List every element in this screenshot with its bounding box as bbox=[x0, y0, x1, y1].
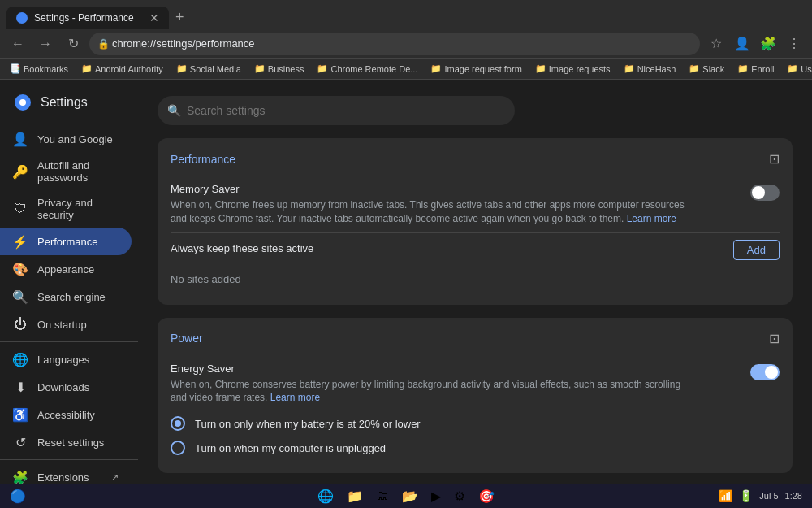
sidebar-item-privacy[interactable]: 🛡 Privacy and security bbox=[0, 190, 132, 228]
energy-saver-description: When on, Chrome conserves battery power … bbox=[171, 378, 693, 406]
taskbar-app-drive[interactable]: 📁 bbox=[347, 488, 363, 504]
taskbar-center: 🌐 📁 🗂 📂 ▶ ⚙ 🎯 bbox=[317, 488, 495, 504]
bookmarks-bar: 📑 Bookmarks 📁 Android Authority 📁 Social… bbox=[0, 59, 812, 80]
memory-saver-toggle[interactable] bbox=[750, 185, 780, 201]
energy-saver-title: Energy Saver bbox=[171, 363, 750, 375]
bookmark-slack[interactable]: 📁 Slack bbox=[685, 62, 728, 76]
extensions-external-link-icon: ↗ bbox=[111, 472, 119, 483]
taskbar-time: 1:28 bbox=[785, 491, 802, 501]
settings-title: Settings bbox=[41, 95, 88, 110]
taskbar-app-chrome[interactable]: 🌐 bbox=[317, 488, 334, 504]
search-input[interactable] bbox=[158, 96, 515, 125]
bookmark-chrome-remote[interactable]: 📁 Chrome Remote De... bbox=[313, 62, 421, 76]
tab-title: Settings - Performance bbox=[34, 12, 134, 24]
extension-button[interactable]: 🧩 bbox=[757, 33, 780, 55]
accessibility-icon: ♿ bbox=[13, 407, 28, 422]
bookmark-nicehash[interactable]: 📁 NiceHash bbox=[620, 62, 680, 76]
memory-saver-text: Memory Saver When on, Chrome frees up me… bbox=[171, 183, 750, 226]
privacy-icon: 🛡 bbox=[13, 202, 28, 216]
taskbar-app-media[interactable]: ▶ bbox=[431, 488, 441, 504]
sidebar-label-languages: Languages bbox=[37, 354, 89, 366]
energy-saver-row: Energy Saver When on, Chrome conserves b… bbox=[171, 356, 780, 412]
no-sites-label: No sites added bbox=[171, 267, 780, 292]
energy-saver-learn-more[interactable]: Learn more bbox=[270, 392, 320, 403]
active-tab[interactable]: Settings - Performance ✕ bbox=[6, 7, 169, 29]
autofill-icon: 🔑 bbox=[13, 164, 28, 179]
memory-saver-title: Memory Saver bbox=[171, 183, 750, 195]
add-site-button[interactable]: Add bbox=[733, 240, 780, 260]
sidebar-item-downloads[interactable]: ⬇ Downloads bbox=[0, 373, 132, 401]
sidebar-item-accessibility[interactable]: ♿ Accessibility bbox=[0, 401, 132, 428]
bookmark-business[interactable]: 📁 Business bbox=[251, 62, 308, 76]
menu-button[interactable]: ⋮ bbox=[783, 33, 806, 55]
memory-saver-learn-more[interactable]: Learn more bbox=[627, 213, 676, 224]
address-icon: 🔒 bbox=[97, 38, 110, 50]
sidebar-label-extensions: Extensions bbox=[37, 471, 89, 484]
sidebar-label-privacy: Privacy and security bbox=[37, 197, 119, 221]
downloads-icon: ⬇ bbox=[13, 380, 28, 394]
always-keep-sites-row: Always keep these sites active Add bbox=[171, 232, 780, 267]
sidebar-item-you-and-google[interactable]: 👤 You and Google bbox=[0, 125, 132, 153]
bookmark-usertesting[interactable]: 📁 UserTesting bbox=[784, 62, 812, 76]
sidebar-item-languages[interactable]: 🌐 Languages bbox=[0, 345, 132, 373]
energy-saver-toggle-knob bbox=[765, 366, 778, 379]
search-engine-icon: 🔍 bbox=[13, 289, 28, 304]
browser-toolbar: ← → ↻ 🔒 ☆ 👤 🧩 ⋮ bbox=[0, 29, 812, 59]
sidebar-item-extensions[interactable]: 🧩 Extensions ↗ bbox=[0, 463, 132, 484]
tab-bar: Settings - Performance ✕ + bbox=[0, 0, 812, 29]
toolbar-actions: ☆ 👤 🧩 ⋮ bbox=[705, 33, 806, 55]
new-tab-button[interactable]: + bbox=[169, 6, 191, 29]
radio-battery-20-row[interactable]: Turn on only when my battery is at 20% o… bbox=[171, 411, 780, 436]
bookmark-enroll[interactable]: 📁 Enroll bbox=[734, 62, 777, 76]
always-keep-sites-title: Always keep these sites active bbox=[171, 242, 313, 254]
sidebar: Settings 👤 You and Google 🔑 Autofill and… bbox=[0, 80, 138, 484]
taskbar-right: 📶 🔋 Jul 5 1:28 bbox=[719, 489, 802, 502]
performance-info-icon[interactable]: ⊡ bbox=[769, 151, 780, 167]
radio-unplugged-row[interactable]: Turn on when my computer is unplugged bbox=[171, 436, 780, 460]
wifi-icon: 📶 bbox=[719, 489, 732, 502]
radio-battery-20-circle bbox=[171, 416, 185, 431]
bookmark-bookmarks[interactable]: 📑 Bookmarks bbox=[6, 62, 71, 76]
taskbar-app-settings[interactable]: ⚙ bbox=[454, 488, 465, 504]
radio-unplugged-circle bbox=[171, 441, 185, 455]
taskbar-system-icon[interactable]: 🔵 bbox=[10, 488, 26, 504]
reset-icon: ↺ bbox=[13, 435, 28, 449]
power-section: Power ⊡ Energy Saver When on, Chrome con… bbox=[158, 318, 793, 474]
energy-saver-toggle[interactable] bbox=[750, 364, 780, 380]
search-container: 🔍 bbox=[158, 96, 515, 125]
bookmark-social-media[interactable]: 📁 Social Media bbox=[173, 62, 244, 76]
sidebar-item-reset[interactable]: ↺ Reset settings bbox=[0, 428, 132, 456]
bookmark-image-request-form[interactable]: 📁 Image request form bbox=[427, 62, 525, 76]
profile-button[interactable]: 👤 bbox=[731, 33, 754, 55]
bookmark-image-requests[interactable]: 📁 Image requests bbox=[532, 62, 614, 76]
power-section-header: Power ⊡ bbox=[171, 331, 780, 346]
sidebar-logo: Settings bbox=[0, 86, 138, 125]
forward-button[interactable]: → bbox=[34, 33, 57, 55]
performance-section-title: Performance bbox=[171, 153, 235, 166]
battery-icon: 🔋 bbox=[739, 489, 753, 502]
power-section-title: Power bbox=[171, 332, 203, 345]
memory-saver-row: Memory Saver When on, Chrome frees up me… bbox=[171, 176, 780, 232]
taskbar-app-files[interactable]: 📂 bbox=[402, 488, 418, 504]
refresh-button[interactable]: ↻ bbox=[62, 33, 84, 55]
power-info-icon[interactable]: ⊡ bbox=[769, 331, 780, 346]
address-input[interactable] bbox=[89, 33, 700, 55]
address-bar-container: 🔒 bbox=[89, 33, 700, 55]
sidebar-item-on-startup[interactable]: ⏻ On startup bbox=[0, 310, 132, 338]
sidebar-item-search-engine[interactable]: 🔍 Search engine bbox=[0, 283, 132, 310]
sidebar-item-appearance[interactable]: 🎨 Appearance bbox=[0, 255, 132, 283]
sidebar-label-autofill: Autofill and passwords bbox=[37, 159, 119, 184]
tab-favicon bbox=[16, 12, 28, 24]
extensions-icon: 🧩 bbox=[13, 470, 28, 484]
bookmark-star-button[interactable]: ☆ bbox=[705, 33, 728, 55]
memory-saver-description: When on, Chrome frees up memory from ina… bbox=[171, 198, 693, 226]
bookmark-android-authority[interactable]: 📁 Android Authority bbox=[78, 62, 166, 76]
back-button[interactable]: ← bbox=[6, 33, 29, 55]
sidebar-item-performance[interactable]: ⚡ Performance bbox=[0, 228, 132, 255]
sidebar-label-appearance: Appearance bbox=[37, 263, 94, 276]
taskbar-app-other[interactable]: 🎯 bbox=[478, 488, 495, 504]
performance-section: Performance ⊡ Memory Saver When on, Chro… bbox=[158, 138, 793, 305]
taskbar-app-docs[interactable]: 🗂 bbox=[376, 488, 389, 503]
tab-close-button[interactable]: ✕ bbox=[149, 11, 159, 24]
sidebar-item-autofill[interactable]: 🔑 Autofill and passwords bbox=[0, 153, 132, 190]
